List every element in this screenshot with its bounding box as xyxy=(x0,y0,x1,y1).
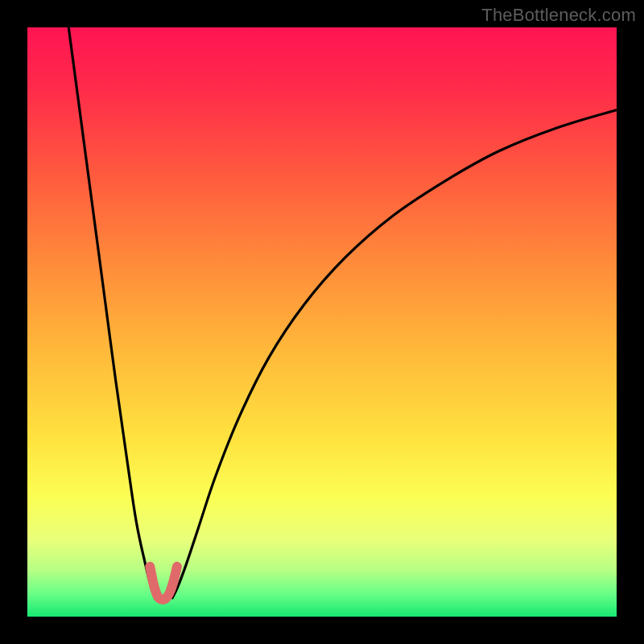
curve-right xyxy=(171,109,617,599)
plot-layer xyxy=(27,27,617,617)
watermark-text: TheBottleneck.com xyxy=(481,5,636,26)
chart-area xyxy=(27,27,617,617)
valley-marker xyxy=(150,567,177,600)
curve-left xyxy=(68,27,155,599)
